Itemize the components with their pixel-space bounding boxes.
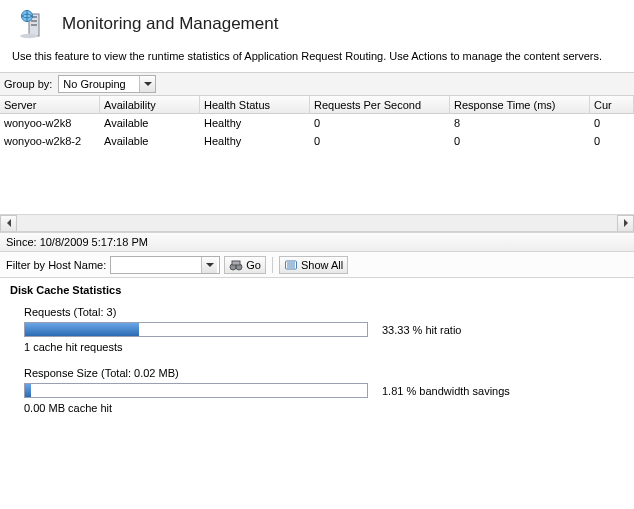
group-toolbar: Group by: No Grouping [0, 72, 634, 96]
go-label: Go [246, 259, 261, 271]
show-all-button[interactable]: Show All [279, 256, 348, 274]
page-header: Monitoring and Management [0, 0, 634, 46]
filter-label: Filter by Host Name: [6, 259, 106, 271]
cell-server: wonyoo-w2k8-2 [0, 132, 100, 150]
svg-point-4 [20, 34, 38, 38]
cell-rt: 8 [450, 114, 590, 132]
cell-availability: Available [100, 132, 200, 150]
response-note: 0.00 MB cache hit [24, 402, 610, 414]
requests-bar-fill [25, 323, 139, 336]
cell-health: Healthy [200, 114, 310, 132]
cell-cur: 0 [590, 132, 634, 150]
cell-server: wonyoo-w2k8 [0, 114, 100, 132]
group-by-value: No Grouping [59, 76, 139, 92]
requests-note: 1 cache hit requests [24, 341, 610, 353]
col-availability[interactable]: Availability [100, 96, 200, 114]
filter-toolbar: Filter by Host Name: Go Show All [0, 252, 634, 278]
col-cur[interactable]: Cur [590, 96, 634, 114]
page-title: Monitoring and Management [62, 14, 278, 34]
requests-bar [24, 322, 368, 337]
table-row[interactable]: wonyoo-w2k8 Available Healthy 0 8 0 [0, 114, 634, 132]
chevron-down-icon[interactable] [201, 257, 217, 273]
stat-requests: Requests (Total: 3) 33.33 % hit ratio 1 … [0, 306, 634, 367]
grid-body: wonyoo-w2k8 Available Healthy 0 8 0 wony… [0, 114, 634, 214]
cell-rt: 0 [450, 132, 590, 150]
group-by-label: Group by: [4, 78, 52, 90]
filter-host-combo[interactable] [110, 256, 220, 274]
svg-rect-3 [31, 24, 37, 26]
servers-grid: Server Availability Health Status Reques… [0, 96, 634, 232]
since-bar: Since: 10/8/2009 5:17:18 PM [0, 232, 634, 252]
svg-rect-2 [31, 20, 37, 22]
cell-health: Healthy [200, 132, 310, 150]
requests-label: Requests (Total: 3) [24, 306, 610, 318]
col-rps[interactable]: Requests Per Second [310, 96, 450, 114]
scroll-left-button[interactable] [0, 215, 17, 232]
server-globe-icon [20, 8, 52, 40]
go-button[interactable]: Go [224, 256, 266, 274]
group-by-combo[interactable]: No Grouping [58, 75, 156, 93]
show-all-label: Show All [301, 259, 343, 271]
binoculars-icon [229, 258, 243, 272]
cell-availability: Available [100, 114, 200, 132]
col-server[interactable]: Server [0, 96, 100, 114]
response-bar [24, 383, 368, 398]
requests-ratio-text: 33.33 % hit ratio [382, 324, 462, 336]
col-health[interactable]: Health Status [200, 96, 310, 114]
cell-cur: 0 [590, 114, 634, 132]
col-response-time[interactable]: Response Time (ms) [450, 96, 590, 114]
response-label: Response Size (Total: 0.02 MB) [24, 367, 610, 379]
cell-rps: 0 [310, 114, 450, 132]
separator [272, 257, 273, 273]
svg-rect-8 [232, 261, 240, 265]
chevron-down-icon[interactable] [139, 76, 155, 92]
since-text: Since: 10/8/2009 5:17:18 PM [6, 236, 148, 248]
filter-host-input[interactable] [111, 257, 201, 273]
stats-title: Disk Cache Statistics [0, 278, 634, 306]
response-bar-fill [25, 384, 31, 397]
table-row[interactable]: wonyoo-w2k8-2 Available Healthy 0 0 0 [0, 132, 634, 150]
cell-rps: 0 [310, 132, 450, 150]
horizontal-scrollbar[interactable] [0, 214, 634, 231]
grid-header: Server Availability Health Status Reques… [0, 96, 634, 114]
response-ratio-text: 1.81 % bandwidth savings [382, 385, 510, 397]
page-description: Use this feature to view the runtime sta… [0, 46, 634, 72]
show-all-icon [284, 258, 298, 272]
scroll-right-button[interactable] [617, 215, 634, 232]
stat-response: Response Size (Total: 0.02 MB) 1.81 % ba… [0, 367, 634, 428]
